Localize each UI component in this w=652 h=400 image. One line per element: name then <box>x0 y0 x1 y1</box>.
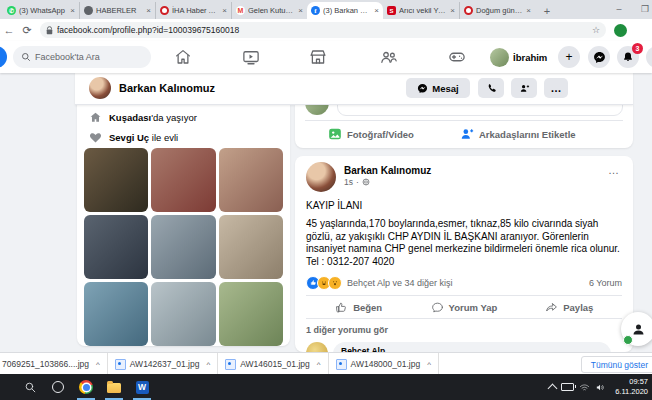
photo-thumbnail[interactable] <box>219 282 283 346</box>
tray-chevron-icon[interactable] <box>548 384 558 394</box>
battery-icon[interactable] <box>561 383 574 391</box>
new-tab-button[interactable]: + <box>539 3 555 19</box>
tab-close-icon[interactable]: × <box>146 7 151 15</box>
download-filename: AW148000_01.jpg <box>351 359 421 369</box>
view-more-comments-link[interactable]: 1 diğer yorumu gör <box>306 325 622 335</box>
comments-count[interactable]: 6 Yorum <box>589 278 622 288</box>
windows-taskbar: 09:57 6.11.2020 <box>0 374 652 400</box>
marketplace-nav-icon[interactable] <box>307 47 329 67</box>
tag-friends-button[interactable]: Arkadaşlarını Etiketle <box>460 121 576 147</box>
message-button[interactable]: Mesaj <box>406 78 470 98</box>
taskbar-word-button[interactable] <box>128 374 156 400</box>
jpg-file-icon <box>115 359 126 370</box>
download-item[interactable]: AW148000_01.jpg ^ <box>329 353 439 375</box>
avatar <box>306 162 336 192</box>
photo-thumbnail[interactable] <box>151 282 215 346</box>
notifications-button[interactable]: 3 <box>617 46 639 68</box>
avatar <box>306 342 328 352</box>
tab-dogum-gunu[interactable]: Doğum günü p × <box>459 2 535 19</box>
tab-close-icon[interactable]: × <box>298 7 303 15</box>
tab-haberler[interactable]: HABERLER × <box>79 2 155 19</box>
photo-thumbnail[interactable] <box>84 282 148 346</box>
download-menu-caret-icon[interactable]: ^ <box>317 360 321 369</box>
download-item[interactable]: AW146015_01.jpg ^ <box>218 353 328 375</box>
sabah-favicon <box>387 6 396 15</box>
tab-whatsapp[interactable]: (3) WhatsApp × <box>3 2 79 19</box>
tag-friends-label: Arkadaşlarını Etiketle <box>479 129 576 140</box>
notification-badge: 3 <box>632 43 643 54</box>
comment-bubble: Behçet Alp Bence kayıp değil, yerinde. S… <box>333 342 611 352</box>
photo-thumbnail[interactable] <box>151 148 215 212</box>
search-icon <box>24 381 37 394</box>
wifi-icon[interactable] <box>579 382 590 393</box>
download-item[interactable]: 7069251_103866....jpg ^ <box>0 353 108 375</box>
window-restore-button[interactable]: ❐ <box>634 2 652 16</box>
post-card: Barkan Kalınomuz 1s · … KAYIP İLANI 45 y… <box>295 156 633 352</box>
window-minimize-button[interactable]: – <box>608 2 630 16</box>
tab-close-icon[interactable]: × <box>450 7 455 15</box>
tab-close-icon[interactable]: × <box>526 7 531 15</box>
chat-head-button[interactable] <box>621 312 652 346</box>
photo-thumbnail[interactable] <box>151 215 215 279</box>
status-input[interactable] <box>337 104 623 116</box>
facebook-logo[interactable] <box>0 46 7 68</box>
profile-shortcut[interactable]: İbrahim <box>490 47 547 67</box>
photo-video-button[interactable]: Fotoğraf/Video <box>328 121 414 147</box>
download-menu-caret-icon[interactable]: ^ <box>206 360 210 369</box>
tab-iha-arsiv[interactable]: İHA Haber Arşivi × <box>155 2 231 19</box>
share-button[interactable]: Paylaş <box>517 296 622 318</box>
call-button[interactable] <box>478 78 504 98</box>
bookmark-star-icon[interactable]: ☆ <box>592 25 600 35</box>
photo-video-icon <box>328 127 342 141</box>
more-options-button[interactable]: … <box>544 78 568 98</box>
tab-gelen-kutusu[interactable]: Gelen Kutusu (1 × <box>231 2 307 19</box>
tab-sabah[interactable]: Arıcı vekil Yavuz × <box>383 2 459 19</box>
reaction-icons[interactable] <box>306 276 342 290</box>
facebook-header: Facebook'ta Ara İbrahim + 3 ▾ <box>0 41 652 73</box>
taskbar-chrome-button[interactable] <box>72 374 100 400</box>
back-icon[interactable]: ← <box>0 24 18 36</box>
watch-nav-icon[interactable] <box>240 47 262 67</box>
downloads-bar: 7069251_103866....jpg ^ AW142637_01.jpg … <box>0 352 652 375</box>
photo-thumbnail[interactable] <box>84 148 148 212</box>
cortana-icon <box>52 381 64 393</box>
groups-nav-icon[interactable] <box>378 47 400 67</box>
download-menu-caret-icon[interactable]: ^ <box>96 360 100 369</box>
tab-close-icon[interactable]: × <box>70 7 75 15</box>
photo-thumbnail[interactable] <box>84 215 148 279</box>
taskbar-explorer-button[interactable] <box>100 374 128 400</box>
browser-profile-avatar[interactable] <box>614 24 627 37</box>
reload-icon[interactable]: ⟳ <box>18 24 36 37</box>
url-text: facebook.com/profile.php?id=100039675160… <box>57 25 588 35</box>
post-meta: 1s · <box>344 177 370 187</box>
create-menu-button[interactable]: + <box>558 46 580 68</box>
speaker-icon[interactable] <box>595 382 606 393</box>
comment-button[interactable]: Yorum Yap <box>411 296 516 318</box>
account-menu-button[interactable]: ▾ <box>646 46 652 68</box>
reactions-summary[interactable]: Behçet Alp ve 34 diğer kişi <box>347 278 589 288</box>
cortana-button[interactable] <box>44 374 72 400</box>
tab-label: (3) WhatsApp <box>19 6 67 15</box>
messenger-button[interactable] <box>588 46 610 68</box>
chrome-icon <box>79 380 93 394</box>
show-all-downloads-button[interactable]: Tümünü göster <box>581 356 652 373</box>
photo-thumbnail[interactable] <box>219 215 283 279</box>
url-omnibox[interactable]: facebook.com/profile.php?id=100039675160… <box>40 22 606 38</box>
taskbar-search-button[interactable] <box>16 374 44 400</box>
like-button[interactable]: Beğen <box>306 296 411 318</box>
gaming-nav-icon[interactable] <box>446 47 468 67</box>
add-friend-button[interactable] <box>511 78 537 98</box>
tab-close-icon[interactable]: × <box>374 7 379 15</box>
facebook-search-input[interactable]: Facebook'ta Ara <box>13 46 151 68</box>
taskbar-clock[interactable]: 09:57 6.11.2020 <box>615 377 648 397</box>
messenger-icon <box>417 83 428 94</box>
home-nav-icon[interactable] <box>172 47 194 67</box>
post-more-button[interactable]: … <box>608 164 620 176</box>
tab-close-icon[interactable]: × <box>222 7 227 15</box>
wow-reaction-icon <box>328 276 342 290</box>
download-item[interactable]: AW142637_01.jpg ^ <box>108 353 218 375</box>
post-author[interactable]: Barkan Kalınomuz <box>344 165 431 176</box>
tab-facebook-active[interactable]: (3) Barkan Kalın × <box>307 2 383 19</box>
download-menu-caret-icon[interactable]: ^ <box>427 360 431 369</box>
photo-thumbnail[interactable] <box>219 148 283 212</box>
